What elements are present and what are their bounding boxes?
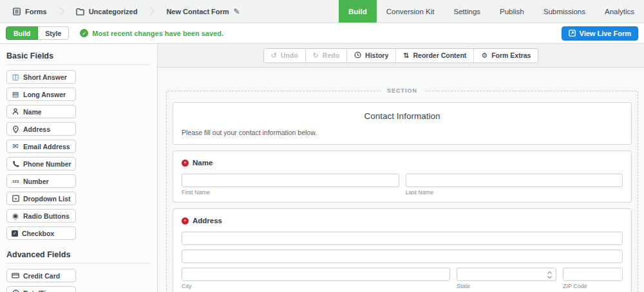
- select-chevrons-icon: [547, 270, 553, 282]
- chevron-right-icon: [56, 7, 64, 15]
- section-heading-block[interactable]: Contact Information Please fill out your…: [173, 102, 632, 145]
- last-name-sublabel: Last Name: [406, 189, 623, 196]
- view-live-form-button[interactable]: View Live Form: [562, 26, 639, 41]
- gear-icon: ⚙: [481, 52, 488, 59]
- short-answer-icon: ◫: [12, 73, 19, 80]
- save-status-text: Most recent changes have been saved.: [92, 30, 223, 37]
- redo-button[interactable]: ↻Redo: [305, 49, 346, 62]
- field-button-number[interactable]: 123Number: [6, 174, 76, 188]
- basic-fields-grid: ◫Short Answer ▤Long Answer Name Address …: [6, 70, 151, 240]
- zip-column: ZIP Code: [563, 268, 623, 289]
- section-tag: SECTION: [381, 87, 424, 94]
- form-title: New Contact Form: [166, 8, 229, 15]
- field-button-label: Checkbox: [22, 230, 54, 237]
- field-button-credit-card[interactable]: Credit Card: [6, 269, 76, 282]
- state-select[interactable]: [457, 268, 556, 281]
- reorder-label: Reorder Content: [413, 51, 466, 59]
- field-button-label: Email Address: [23, 143, 70, 151]
- field-button-date-time[interactable]: Date/Time: [6, 286, 76, 292]
- number-123-icon: 123: [12, 179, 19, 183]
- last-name-input[interactable]: [406, 174, 623, 187]
- canvas-toolbar: ↺Undo ↻Redo History ⇅Reorder Content ⚙Fo…: [158, 44, 644, 68]
- field-button-address[interactable]: Address: [6, 122, 76, 136]
- field-button-label: Radio Buttons: [23, 212, 70, 220]
- view-live-form-label: View Live Form: [580, 30, 632, 37]
- address-field-block[interactable]: * Address City: [173, 208, 632, 292]
- zip-code-input[interactable]: [563, 268, 623, 281]
- city-input[interactable]: [182, 268, 450, 281]
- tab-build[interactable]: Build: [339, 0, 377, 23]
- field-button-label: Credit Card: [23, 272, 60, 280]
- name-field-block[interactable]: * Name First Name Last Name: [173, 151, 632, 203]
- form-canvas: SECTION Contact Information Please fill …: [158, 68, 644, 292]
- field-button-email-address[interactable]: ✉Email Address: [6, 140, 76, 153]
- breadcrumb-forms[interactable]: Forms: [9, 8, 51, 15]
- tab-analytics[interactable]: Analytics: [595, 0, 644, 23]
- field-button-dropdown-list[interactable]: Dropdown List: [6, 192, 76, 205]
- address-line2-input[interactable]: [182, 250, 623, 263]
- field-button-phone-number[interactable]: Phone Number: [6, 157, 76, 170]
- field-button-label: Long Answer: [23, 91, 66, 98]
- first-name-input[interactable]: [182, 174, 399, 187]
- redo-label: Redo: [323, 51, 339, 59]
- breadcrumb-folder[interactable]: Uncategorized: [72, 8, 142, 15]
- credit-card-icon: [12, 273, 19, 278]
- city-column: City: [182, 268, 450, 289]
- tab-conversion-kit[interactable]: Conversion Kit: [377, 0, 444, 23]
- form-section[interactable]: SECTION Contact Information Please fill …: [166, 91, 638, 292]
- zip-sublabel: ZIP Code: [563, 283, 623, 289]
- pencil-icon[interactable]: ✎: [234, 7, 240, 16]
- field-button-long-answer[interactable]: ▤Long Answer: [6, 87, 76, 101]
- field-button-label: Address: [23, 125, 50, 133]
- undo-button[interactable]: ↺Undo: [264, 49, 305, 62]
- history-button[interactable]: History: [346, 49, 395, 62]
- radio-icon: ◉: [12, 212, 19, 219]
- name-field-label: Name: [193, 159, 213, 167]
- first-name-sublabel: First Name: [182, 189, 399, 196]
- reorder-content-button[interactable]: ⇅Reorder Content: [395, 49, 473, 62]
- form-extras-label: Form Extras: [491, 51, 531, 59]
- undo-icon: ↺: [271, 52, 277, 59]
- section-description: Please fill out your contact information…: [182, 129, 623, 136]
- field-button-label: Short Answer: [23, 73, 67, 81]
- address-line1-input[interactable]: [182, 232, 623, 245]
- advanced-fields-heading: Advanced Fields: [6, 250, 151, 259]
- canvas-area: ↺Undo ↻Redo History ⇅Reorder Content ⚙Fo…: [158, 44, 644, 292]
- field-button-checkbox[interactable]: ✓Checkbox: [6, 226, 76, 240]
- section-title: Contact Information: [182, 111, 623, 121]
- field-button-name[interactable]: Name: [6, 105, 76, 118]
- chevron-right-icon: [147, 7, 155, 15]
- divider: [6, 263, 151, 264]
- main-nav: Build Conversion Kit Settings Publish Su…: [339, 0, 644, 23]
- style-toggle-button[interactable]: Style: [38, 26, 69, 40]
- breadcrumb-label: Forms: [25, 8, 47, 15]
- tab-publish[interactable]: Publish: [490, 0, 534, 23]
- build-toggle-button[interactable]: Build: [6, 26, 38, 40]
- history-clock-icon: [354, 51, 361, 60]
- phone-icon: [12, 160, 19, 167]
- history-label: History: [365, 51, 388, 59]
- required-icon: *: [182, 160, 189, 167]
- breadcrumb-label: Uncategorized: [89, 8, 138, 15]
- field-button-short-answer[interactable]: ◫Short Answer: [6, 70, 76, 84]
- city-sublabel: City: [182, 283, 450, 289]
- map-pin-icon: [12, 125, 19, 133]
- state-sublabel: State: [457, 283, 556, 289]
- sub-header: Build Style ✓ Most recent changes have b…: [0, 23, 644, 44]
- person-icon: [12, 108, 19, 115]
- tab-settings[interactable]: Settings: [444, 0, 490, 23]
- undo-label: Undo: [281, 51, 298, 59]
- field-button-label: Name: [23, 108, 42, 116]
- breadcrumb: Forms Uncategorized New Contact Form ✎: [0, 0, 244, 23]
- folder-icon: [76, 8, 84, 15]
- forms-icon: [13, 8, 21, 15]
- field-button-label: Number: [23, 178, 49, 185]
- state-column: State: [457, 268, 556, 289]
- external-window-icon: [569, 30, 576, 37]
- name-field-label-row: * Name: [182, 159, 623, 167]
- field-button-radio-buttons[interactable]: ◉Radio Buttons: [6, 209, 76, 223]
- fields-sidebar: Basic Fields ◫Short Answer ▤Long Answer …: [0, 44, 158, 292]
- form-extras-button[interactable]: ⚙Form Extras: [473, 49, 538, 62]
- last-name-column: Last Name: [406, 174, 623, 196]
- tab-submissions[interactable]: Submissions: [534, 0, 595, 23]
